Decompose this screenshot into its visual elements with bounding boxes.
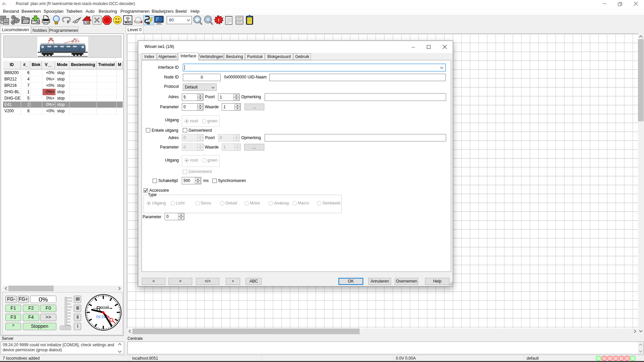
- svg-text:!: !: [218, 18, 219, 23]
- svg-text:WIO: WIO: [124, 20, 131, 24]
- svg-text:ocrail: ocrail: [101, 305, 109, 309]
- svg-text:P2: P2: [2, 2, 6, 6]
